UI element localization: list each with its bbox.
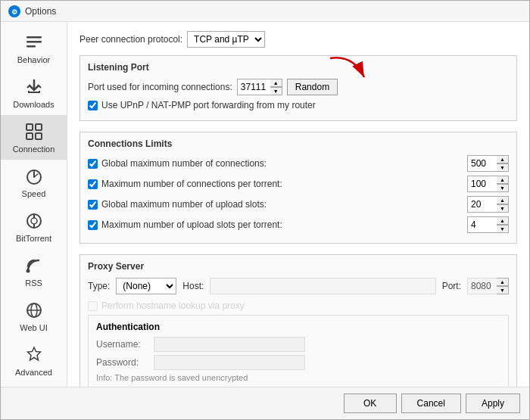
bittorrent-icon: [23, 210, 45, 232]
behavior-icon: [23, 32, 45, 53]
upload-slots-down[interactable]: ▼: [497, 204, 509, 213]
hostname-proxy-label: Perform hostname lookup via proxy: [101, 300, 245, 311]
info-text: Info: The password is saved unencrypted: [96, 373, 500, 382]
sidebar-item-speed[interactable]: Speed: [1, 160, 67, 204]
per-torrent-row: Maximum number of connections per torren…: [88, 176, 509, 192]
proxy-type-select[interactable]: (None): [116, 278, 176, 294]
sidebar-label-behavior: Behavior: [17, 55, 50, 64]
per-torrent-down[interactable]: ▼: [497, 184, 509, 192]
svg-rect-2: [26, 36, 42, 39]
connections-section: Connections Limits Global maximum number…: [80, 132, 517, 244]
sidebar-item-advanced[interactable]: Advanced: [1, 338, 67, 383]
upload-per-torrent-down[interactable]: ▼: [497, 225, 509, 233]
upload-per-torrent-up[interactable]: ▲: [497, 216, 509, 225]
proxy-port-up[interactable]: ▲: [497, 278, 509, 286]
sidebar-item-webui[interactable]: Web UI: [1, 294, 67, 338]
upload-slots-label: Global maximum number of upload slots:: [101, 199, 463, 210]
port-spin-buttons: ▲ ▼: [270, 79, 282, 95]
sidebar-label-speed: Speed: [22, 189, 46, 198]
listening-port-row: Port used for incoming connections: 3711…: [88, 79, 509, 95]
per-torrent-label: Maximum number of connections per torren…: [101, 179, 463, 189]
svg-rect-4: [26, 45, 36, 48]
hostname-proxy-row: Perform hostname lookup via proxy: [88, 300, 509, 311]
port-label: Port used for incoming connections:: [88, 82, 232, 92]
sidebar-item-downloads[interactable]: Downloads: [1, 70, 67, 115]
sidebar-item-bittorrent[interactable]: BitTorrent: [1, 204, 67, 249]
connection-icon: [23, 121, 45, 142]
global-max-spinner: 500 ▲ ▼: [467, 155, 509, 172]
upload-slots-up[interactable]: ▲: [497, 196, 509, 204]
sidebar-label-downloads: Downloads: [13, 100, 54, 109]
random-button[interactable]: Random: [287, 79, 338, 95]
listening-port-title: Listening Port: [88, 62, 509, 73]
port-spin-up[interactable]: ▲: [270, 79, 282, 87]
sidebar: Behavior Downloads: [1, 22, 67, 387]
upnp-checkbox[interactable]: [88, 101, 98, 110]
upnp-row: Use UPnP / NAT-PMP port forwarding from …: [88, 100, 509, 110]
upload-slots-checkbox[interactable]: [88, 200, 98, 210]
upload-slots-spin-btns: ▲ ▼: [497, 196, 509, 213]
proxy-port-spinner: 8080 ▲ ▼: [467, 278, 509, 294]
proxy-type-row: Type: (None) Host: Port: 8080 ▲ ▼: [88, 278, 509, 294]
global-max-checkbox[interactable]: [88, 159, 98, 169]
proxy-section: Proxy Server Type: (None) Host: Port: 80…: [80, 254, 517, 387]
svg-text:⚙: ⚙: [11, 8, 17, 16]
svg-rect-5: [26, 124, 33, 130]
svg-rect-8: [36, 133, 42, 139]
peer-protocol-label: Peer connection protocol:: [80, 34, 182, 45]
username-label: Username:: [96, 339, 149, 350]
svg-rect-3: [26, 41, 42, 43]
password-input[interactable]: [154, 355, 305, 370]
username-input[interactable]: [154, 337, 305, 352]
password-row: Password:: [96, 355, 500, 370]
svg-rect-6: [36, 124, 42, 130]
proxy-host-label: Host:: [182, 281, 204, 291]
upload-per-torrent-spin-btns: ▲ ▼: [497, 216, 509, 233]
sidebar-item-rss[interactable]: RSS: [1, 249, 67, 294]
global-max-down[interactable]: ▼: [497, 163, 509, 172]
hostname-proxy-checkbox[interactable]: [88, 301, 98, 311]
upload-per-torrent-checkbox[interactable]: [88, 220, 98, 230]
upload-per-torrent-label: Maximum number of upload slots per torre…: [101, 219, 463, 230]
sidebar-label-bittorrent: BitTorrent: [16, 234, 51, 243]
svg-point-13: [31, 218, 37, 224]
rss-icon: [23, 255, 45, 276]
cancel-button[interactable]: Cancel: [401, 394, 461, 413]
upload-slots-spinner: 20 ▲ ▼: [467, 196, 509, 213]
proxy-title: Proxy Server: [88, 261, 509, 272]
port-spin-down[interactable]: ▼: [270, 87, 282, 95]
bottom-bar: OK Cancel Apply: [1, 387, 529, 419]
upload-per-torrent-row: Maximum number of upload slots per torre…: [88, 216, 509, 233]
ok-button[interactable]: OK: [344, 394, 397, 413]
global-max-spin-btns: ▲ ▼: [497, 155, 509, 172]
sidebar-item-connection[interactable]: Connection: [1, 115, 67, 160]
global-max-up[interactable]: ▲: [497, 155, 509, 163]
upload-per-torrent-spinner: 4 ▲ ▼: [467, 216, 509, 233]
main-content: Behavior Downloads: [1, 22, 529, 387]
options-window: ⚙ Options Behavior: [0, 0, 530, 420]
per-torrent-checkbox[interactable]: [88, 179, 98, 189]
password-label: Password:: [96, 357, 149, 368]
window-icon: ⚙: [8, 5, 20, 17]
downloads-icon: [23, 76, 45, 98]
sidebar-item-behavior[interactable]: Behavior: [1, 26, 67, 70]
username-row: Username:: [96, 337, 500, 352]
advanced-icon: [23, 344, 45, 366]
connections-title: Connections Limits: [88, 138, 509, 149]
content-area: Peer connection protocol: TCP and µTP Li…: [67, 22, 529, 387]
window-title: Options: [25, 6, 56, 17]
auth-title: Authentication: [96, 322, 500, 332]
proxy-host-input[interactable]: [210, 278, 435, 294]
per-torrent-up[interactable]: ▲: [497, 176, 509, 184]
apply-button[interactable]: Apply: [466, 394, 520, 413]
sidebar-label-rss: RSS: [25, 278, 42, 288]
proxy-port-down[interactable]: ▼: [497, 286, 509, 294]
webui-icon: [23, 300, 45, 321]
peer-protocol-select[interactable]: TCP and µTP: [187, 31, 265, 48]
auth-section: Authentication Username: Password: Info:…: [88, 315, 509, 387]
svg-rect-7: [26, 133, 33, 139]
sidebar-label-advanced: Advanced: [15, 368, 52, 377]
global-max-label: Global maximum number of connections:: [101, 158, 463, 169]
upnp-label: Use UPnP / NAT-PMP port forwarding from …: [101, 100, 316, 110]
proxy-port-spin-btns: ▲ ▼: [497, 278, 509, 294]
